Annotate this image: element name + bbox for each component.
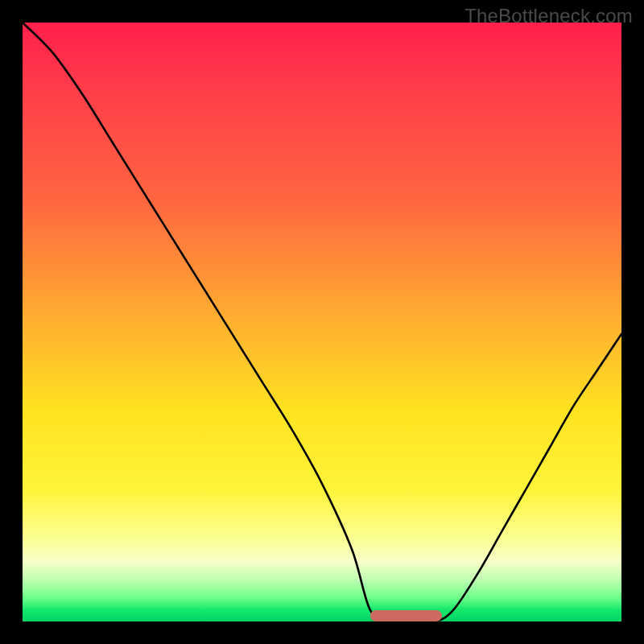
valley-highlight bbox=[370, 610, 442, 621]
chart-frame: TheBottleneck.com bbox=[0, 0, 644, 644]
bottleneck-curve bbox=[23, 23, 621, 621]
plot-area bbox=[23, 23, 621, 621]
